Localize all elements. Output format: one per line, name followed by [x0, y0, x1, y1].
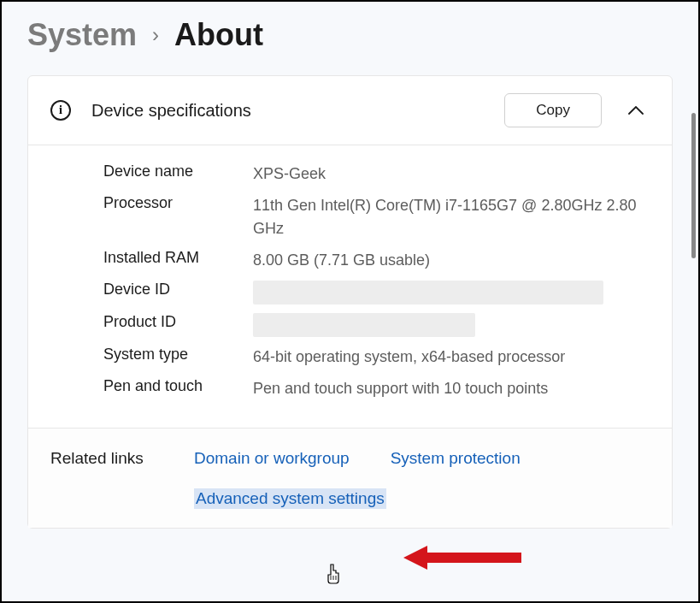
chevron-right-icon: › [152, 23, 159, 47]
spec-row-pen-touch: Pen and touch Pen and touch support with… [103, 377, 650, 400]
svg-marker-0 [403, 546, 521, 570]
spec-label: Pen and touch [103, 377, 253, 395]
breadcrumb: System › About [2, 2, 698, 60]
chevron-up-icon [628, 106, 644, 115]
spec-label: Processor [103, 194, 253, 212]
spec-value: Pen and touch support with 10 touch poin… [253, 377, 650, 400]
spec-value: 8.00 GB (7.71 GB usable) [253, 249, 650, 272]
cursor-icon [325, 564, 342, 586]
device-specs-card: i Device specifications Copy Device name… [27, 75, 673, 529]
spec-row-ram: Installed RAM 8.00 GB (7.71 GB usable) [103, 249, 650, 272]
spec-label: System type [103, 346, 253, 364]
related-links-label: Related links [50, 449, 162, 468]
spec-label: Device ID [103, 281, 253, 299]
related-links-section: Related links Domain or workgroup System… [28, 428, 672, 528]
spec-label: Product ID [103, 313, 253, 331]
spec-value-redacted [253, 313, 650, 337]
breadcrumb-parent[interactable]: System [27, 17, 137, 53]
spec-row-system-type: System type 64-bit operating system, x64… [103, 346, 650, 369]
collapse-button[interactable] [622, 97, 650, 124]
link-system-protection[interactable]: System protection [391, 449, 521, 468]
spec-value: 64-bit operating system, x64-based proce… [253, 346, 650, 369]
scrollbar[interactable] [691, 113, 696, 258]
spec-row-processor: Processor 11th Gen Intel(R) Core(TM) i7-… [103, 194, 650, 240]
page-title: About [174, 17, 263, 53]
spec-value: 11th Gen Intel(R) Core(TM) i7-1165G7 @ 2… [253, 194, 650, 240]
spec-row-device-id: Device ID [103, 281, 650, 304]
card-title: Device specifications [91, 101, 484, 121]
spec-row-product-id: Product ID [103, 313, 650, 337]
spec-label: Device name [103, 163, 253, 180]
copy-button[interactable]: Copy [504, 93, 602, 127]
spec-value: XPS-Geek [253, 163, 650, 186]
info-icon: i [50, 100, 71, 121]
related-links-list: Domain or workgroup System protection Ad… [194, 449, 650, 509]
link-advanced-system-settings[interactable]: Advanced system settings [194, 488, 386, 509]
spec-row-device-name: Device name XPS-Geek [103, 163, 650, 186]
spec-label: Installed RAM [103, 249, 253, 267]
annotation-arrow [403, 543, 523, 572]
spec-value-redacted [253, 281, 650, 304]
link-domain-workgroup[interactable]: Domain or workgroup [194, 449, 350, 468]
card-header: i Device specifications Copy [28, 76, 672, 145]
specs-list: Device name XPS-Geek Processor 11th Gen … [28, 145, 672, 428]
